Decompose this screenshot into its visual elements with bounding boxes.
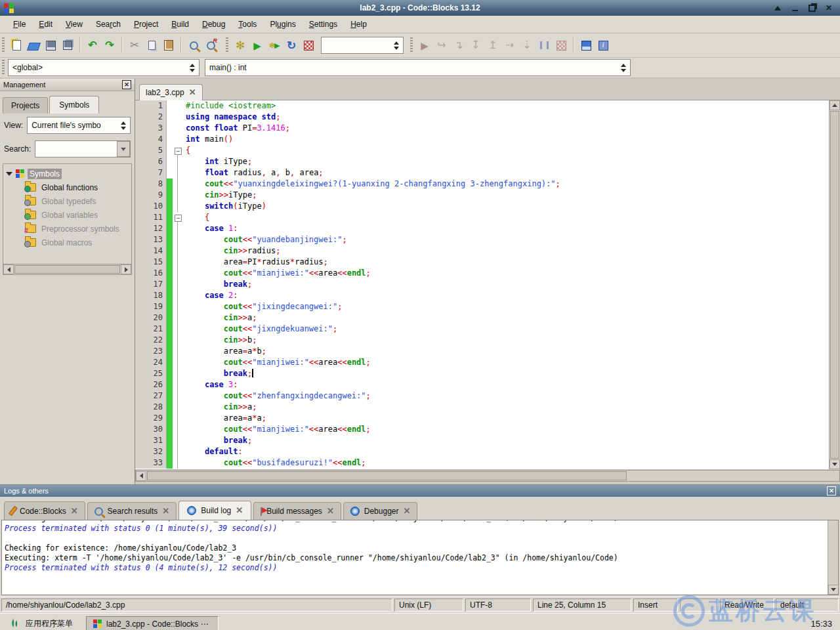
tree-item-preprocessor-symbols[interactable]: #Preprocessor symbols <box>3 222 131 236</box>
scroll-down-icon[interactable] <box>830 459 840 469</box>
tree-horizontal-scrollbar[interactable] <box>3 264 132 275</box>
tree-item-global-macros[interactable]: Global macros <box>3 236 131 249</box>
tree-item-global-functions[interactable]: Global functions <box>3 180 131 194</box>
combo-spinner-icon[interactable] <box>187 64 195 72</box>
chevron-down-icon[interactable] <box>6 172 12 176</box>
combo-spinner-icon[interactable] <box>618 64 626 72</box>
new-file-icon[interactable] <box>8 36 25 54</box>
close-tab-icon[interactable]: ✕ <box>236 507 243 514</box>
next-line-icon[interactable] <box>450 36 467 54</box>
scroll-right-icon[interactable] <box>121 264 131 274</box>
maximize-window-icon[interactable] <box>807 3 816 12</box>
close-logs-icon[interactable]: ✕ <box>827 486 836 495</box>
build-log-output[interactable]: Executing: xterm -T '/home/shiyanlou/Cod… <box>1 520 839 595</box>
close-tab-icon[interactable]: ✕ <box>189 89 196 96</box>
menu-project[interactable]: Project <box>127 17 165 32</box>
fold-collapse-icon[interactable] <box>173 145 182 156</box>
various-info-icon[interactable] <box>595 36 612 54</box>
symbols-view-combobox[interactable]: Current file's symbo <box>27 117 131 134</box>
next-instruction-icon[interactable] <box>501 36 518 54</box>
scrollbar-thumb[interactable] <box>14 265 120 274</box>
scrollbar-thumb[interactable] <box>830 111 839 459</box>
toolbar-grip[interactable] <box>2 37 5 53</box>
chevron-down-icon[interactable] <box>117 141 130 157</box>
log-tab-search-results[interactable]: Search results✕ <box>87 502 177 520</box>
close-management-icon[interactable]: ✕ <box>122 80 131 89</box>
menu-help[interactable]: Help <box>344 17 373 32</box>
clock[interactable]: 15:33 <box>810 619 836 629</box>
scroll-down-icon[interactable] <box>828 585 839 595</box>
undo-icon[interactable] <box>84 36 101 54</box>
open-file-icon[interactable] <box>25 36 42 54</box>
save-file-icon[interactable] <box>42 36 59 54</box>
step-out-icon[interactable] <box>484 36 501 54</box>
menu-settings[interactable]: Settings <box>303 17 344 32</box>
break-debugger-icon[interactable] <box>536 36 553 54</box>
log-tab-build-log[interactable]: Build log✕ <box>178 501 251 520</box>
scrollbar-thumb[interactable] <box>147 471 627 480</box>
menu-build[interactable]: Build <box>165 17 196 32</box>
applications-menu-button[interactable]: 应用程序菜单 <box>4 616 78 630</box>
menu-plugins[interactable]: Plugins <box>263 17 302 32</box>
editor-horizontal-scrollbar[interactable] <box>135 470 840 482</box>
redo-icon[interactable] <box>101 36 118 54</box>
code-text: cout<<"jixngdekuanwei:"; <box>182 324 337 335</box>
combo-spinner-icon[interactable] <box>118 121 126 130</box>
log-vertical-scrollbar[interactable] <box>828 520 838 595</box>
scroll-left-icon[interactable] <box>3 264 14 274</box>
menu-file[interactable]: File <box>7 17 32 32</box>
toolbar-grip[interactable] <box>2 60 5 75</box>
toolbar-grip[interactable] <box>410 37 413 53</box>
tab-projects[interactable]: Projects <box>3 97 48 114</box>
tree-item-global-typedefs[interactable]: Global typedefs <box>3 194 131 208</box>
scroll-up-icon[interactable] <box>830 100 840 110</box>
build-and-run-icon[interactable] <box>266 36 283 54</box>
close-tab-icon[interactable]: ✕ <box>71 508 78 514</box>
run-to-cursor-icon[interactable] <box>433 36 450 54</box>
shade-window-icon[interactable] <box>773 3 782 12</box>
step-into-icon[interactable] <box>467 36 484 54</box>
minimize-window-icon[interactable] <box>790 3 799 12</box>
close-tab-icon[interactable]: ✕ <box>162 508 169 514</box>
close-tab-icon[interactable]: ✕ <box>327 508 334 514</box>
cut-icon[interactable] <box>126 36 143 54</box>
tree-item-global-variables[interactable]: Global variables <box>3 208 131 222</box>
step-into-instruction-icon[interactable] <box>518 36 536 54</box>
tab-symbols[interactable]: Symbols <box>49 96 99 114</box>
menu-debug[interactable]: Debug <box>196 17 232 32</box>
editor-tab-lab2_3[interactable]: lab2_3.cpp ✕ <box>139 84 203 100</box>
save-all-files-icon[interactable] <box>59 36 76 54</box>
scope-combobox[interactable]: <global> <box>8 59 200 76</box>
menu-tools[interactable]: Tools <box>232 17 263 32</box>
find-icon[interactable] <box>185 36 202 54</box>
taskbar-window-button[interactable]: lab2_3.cpp - Code::Blocks ⋯ <box>86 616 219 630</box>
close-window-icon[interactable]: ✕ <box>824 3 833 12</box>
code-editor[interactable]: 1#include <iostream>2using namespace std… <box>135 100 840 469</box>
log-tab-debugger[interactable]: Debugger✕ <box>343 502 418 520</box>
tree-item-symbols[interactable]: Symbols <box>3 167 131 180</box>
rebuild-icon[interactable] <box>283 36 300 54</box>
stop-debugger-icon[interactable] <box>553 36 570 54</box>
symbols-search-input[interactable] <box>35 140 131 158</box>
close-tab-icon[interactable]: ✕ <box>404 508 411 514</box>
replace-icon[interactable]: R <box>202 36 219 54</box>
build-target-combobox[interactable] <box>321 37 404 54</box>
log-tab-build-messages[interactable]: Build messages✕ <box>253 502 341 520</box>
menu-view[interactable]: View <box>59 17 89 32</box>
copy-icon[interactable] <box>143 36 160 54</box>
fold-collapse-icon[interactable] <box>173 212 182 223</box>
abort-build-icon[interactable] <box>300 36 317 54</box>
menu-search[interactable]: Search <box>89 17 127 32</box>
log-tab-code-blocks[interactable]: Code::Blocks✕ <box>4 501 85 520</box>
paste-icon[interactable] <box>160 36 177 54</box>
toolbar-grip[interactable] <box>226 37 228 53</box>
menu-edit[interactable]: Edit <box>32 17 59 32</box>
debugging-windows-icon[interactable] <box>578 36 595 54</box>
debug-continue-icon[interactable] <box>416 36 433 54</box>
scroll-left-icon[interactable] <box>136 471 146 481</box>
build-icon[interactable] <box>232 36 249 54</box>
editor-vertical-scrollbar[interactable] <box>829 100 840 469</box>
run-icon[interactable] <box>249 36 266 54</box>
combo-spinner-icon[interactable] <box>391 41 399 50</box>
function-combobox[interactable]: main() : int <box>205 59 631 76</box>
